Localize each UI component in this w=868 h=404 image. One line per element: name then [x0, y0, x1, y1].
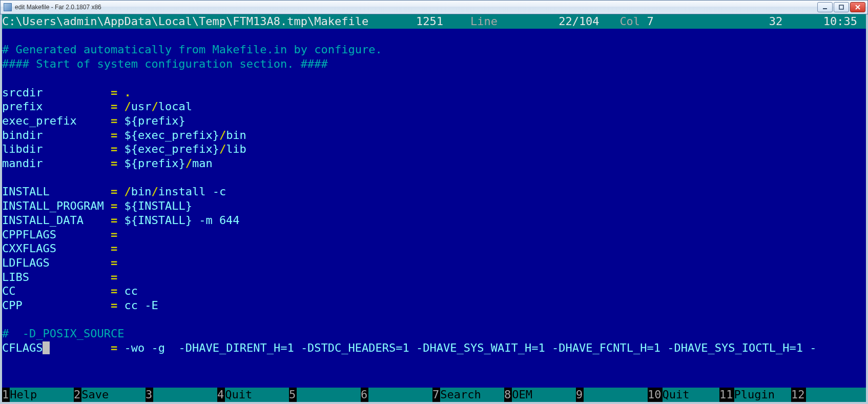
fkey-3[interactable]: 3: [146, 388, 217, 402]
maximize-icon: [839, 5, 844, 10]
equals: =: [111, 228, 117, 241]
fkey-number: 8: [504, 388, 512, 402]
slash: /: [124, 185, 131, 198]
slash: /: [219, 143, 226, 155]
equals: =: [111, 157, 117, 170]
fkey-7[interactable]: 7Search: [432, 388, 504, 402]
value: -DHAVE_SYS_IOCTL_H=1: [667, 341, 803, 354]
close-icon: [855, 5, 860, 10]
var-name: LDFLAGS: [2, 256, 50, 269]
status-path: C:\Users\admin\AppData\Local\Temp\FTM13A…: [2, 15, 368, 28]
equals: =: [111, 129, 117, 142]
maximize-button[interactable]: [834, 2, 849, 12]
value: ${INSTALL}: [124, 199, 192, 212]
text-cursor: [43, 341, 49, 354]
status-line-label: Line: [470, 15, 498, 28]
value: -g: [151, 341, 165, 354]
equals: =: [111, 214, 117, 227]
equals: =: [111, 341, 117, 354]
fkey-12[interactable]: 12: [791, 388, 863, 402]
editor-area[interactable]: # Generated automatically from Makefile.…: [2, 29, 866, 388]
var-name: bindir: [2, 129, 43, 142]
fkey-number: 10: [648, 388, 663, 402]
equals: =: [111, 242, 117, 255]
fkey-6[interactable]: 6: [361, 388, 432, 402]
function-keybar: 1Help 2Save 3 4Quit 5 6 7Search8OEM 9 10…: [2, 388, 866, 402]
equals: =: [111, 86, 117, 99]
value: ${exec_prefix}: [124, 129, 219, 142]
window-titlebar: edit Makefile - Far 2.0.1807 x86: [0, 0, 868, 14]
slash: /: [151, 100, 158, 113]
fkey-label: Help: [10, 388, 74, 402]
value: -E: [144, 299, 158, 312]
var-name: CFLAGS: [2, 341, 43, 354]
fkey-number: 4: [217, 388, 225, 402]
fkey-label: [153, 388, 217, 402]
equals: =: [111, 256, 117, 269]
value: ${prefix}: [124, 114, 185, 127]
status-col-label: Col: [619, 15, 640, 28]
value: -: [810, 341, 816, 354]
fkey-label: [368, 388, 432, 402]
minimize-button[interactable]: [817, 2, 833, 12]
slash: /: [219, 129, 226, 142]
fkey-label: [806, 388, 863, 402]
var-name: INSTALL: [2, 185, 50, 198]
fkey-label: Quit: [225, 388, 289, 402]
value: cc: [124, 299, 138, 312]
fkey-4[interactable]: 4Quit: [217, 388, 289, 402]
fkey-label: [297, 388, 361, 402]
value: bin: [131, 185, 152, 198]
var-name: CXXFLAGS: [2, 242, 56, 255]
fkey-label: Save: [81, 388, 146, 402]
app-icon: [4, 3, 12, 11]
equals: =: [111, 100, 117, 113]
var-name: INSTALL_DATA: [2, 214, 84, 227]
equals: =: [111, 199, 117, 212]
value: -DHAVE_DIRENT_H=1: [178, 341, 294, 354]
equals: =: [111, 185, 117, 198]
fkey-number: 9: [576, 388, 584, 402]
value: -DHAVE_SYS_WAIT_H=1: [416, 341, 545, 354]
fkey-number: 2: [74, 388, 81, 402]
var-name: srcdir: [2, 86, 43, 99]
fkey-2[interactable]: 2Save: [74, 388, 146, 402]
fkey-number: 7: [432, 388, 440, 402]
var-name: mandir: [2, 157, 43, 170]
status-time: 10:35: [823, 15, 857, 28]
window-title: edit Makefile - Far 2.0.1807 x86: [15, 4, 101, 11]
status-charcode: 32: [769, 15, 783, 28]
value: .: [124, 86, 131, 99]
fkey-11[interactable]: 11Plugin: [719, 388, 791, 402]
fkey-5[interactable]: 5: [289, 388, 361, 402]
close-button[interactable]: [850, 2, 865, 12]
equals: =: [111, 285, 117, 297]
equals: =: [111, 271, 117, 284]
var-name: CPPFLAGS: [2, 228, 56, 241]
var-name: LIBS: [2, 271, 29, 284]
fkey-label: OEM: [512, 388, 576, 402]
value: cc: [124, 285, 138, 297]
comment-line: # Generated automatically from Makefile.…: [2, 43, 382, 56]
slash: /: [151, 185, 158, 198]
fkey-9[interactable]: 9: [576, 388, 648, 402]
status-line-pos: 22/104: [559, 15, 599, 28]
fkey-10[interactable]: 10Quit: [648, 388, 719, 402]
editor-statusbar: C:\Users\admin\AppData\Local\Temp\FTM13A…: [2, 14, 866, 29]
value: ${prefix}: [124, 157, 185, 170]
value: -DSTDC_HEADERS=1: [301, 341, 409, 354]
slash: /: [124, 100, 131, 113]
var-name: prefix: [2, 100, 43, 113]
fkey-label: Search: [440, 388, 504, 402]
fkey-label: Quit: [663, 388, 720, 402]
status-col-val: 7: [647, 15, 653, 28]
fkey-1[interactable]: 1Help: [2, 388, 74, 402]
value: -m 644: [199, 214, 239, 227]
value: -c: [213, 185, 226, 198]
value: usr: [131, 100, 152, 113]
fkey-number: 6: [361, 388, 368, 402]
var-name: CC: [2, 285, 16, 297]
fkey-8[interactable]: 8OEM: [504, 388, 576, 402]
value: ${INSTALL}: [124, 214, 192, 227]
editor-shell: C:\Users\admin\AppData\Local\Temp\FTM13A…: [0, 14, 868, 404]
